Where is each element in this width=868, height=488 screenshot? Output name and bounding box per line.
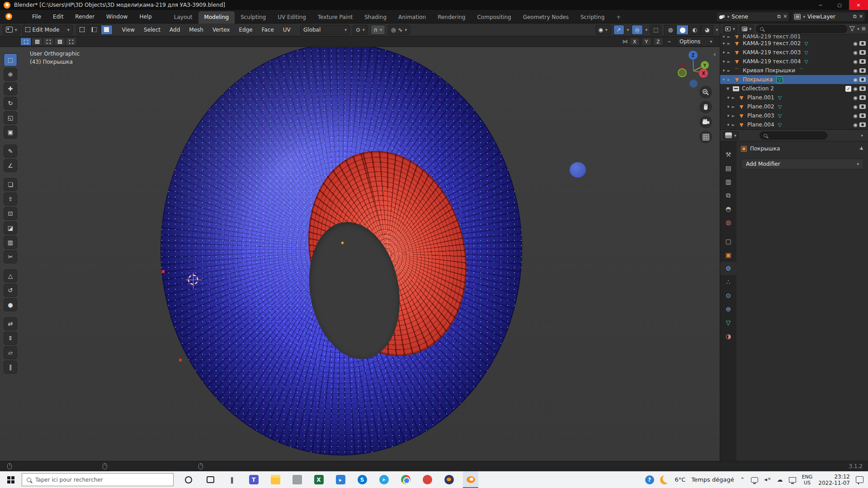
tool[interactable]: ⚒ bbox=[720, 148, 736, 161]
render[interactable]: ▤ bbox=[720, 161, 736, 175]
move[interactable]: ✚ bbox=[4, 82, 17, 95]
properties-search-input[interactable] bbox=[760, 131, 827, 140]
extrude-region[interactable]: ⇧ bbox=[4, 192, 17, 206]
workspace-tab[interactable]: Rendering bbox=[432, 11, 471, 23]
shading-dropdown-icon[interactable]: ▾ bbox=[716, 28, 718, 32]
outliner-row[interactable]: ► ⌒ Кривая Покрышки ⌒ ◉ bbox=[720, 66, 868, 75]
disable-render-toggle[interactable] bbox=[859, 77, 866, 82]
object[interactable]: ▣ bbox=[720, 248, 736, 262]
viewport-menu-item[interactable]: Edge bbox=[235, 25, 256, 35]
hide-viewport-toggle[interactable]: ◉ bbox=[853, 77, 858, 83]
outliner-search-input[interactable] bbox=[756, 25, 847, 33]
shading-mode-button[interactable]: ◐ bbox=[689, 25, 701, 35]
object-name[interactable]: Plane.002 bbox=[747, 103, 774, 110]
mirror-x-button[interactable]: X bbox=[630, 38, 640, 46]
expand-arrow-icon[interactable]: ► bbox=[727, 42, 732, 46]
close-button[interactable]: ✕ bbox=[849, 0, 868, 10]
start-button[interactable] bbox=[0, 471, 22, 488]
hide-viewport-toggle[interactable]: ◉ bbox=[853, 50, 858, 56]
scale[interactable]: ◱ bbox=[4, 111, 17, 124]
disable-render-toggle[interactable] bbox=[859, 68, 866, 73]
outliner-row-clipped[interactable]: ► ▼ КАМА-219 текст.001 bbox=[720, 34, 868, 39]
new-viewlayer-icon[interactable]: ⧉ bbox=[853, 14, 857, 19]
language-indicator[interactable]: ENG US bbox=[802, 474, 813, 486]
collection[interactable]: ▢ bbox=[720, 235, 736, 248]
disable-render-toggle[interactable] bbox=[859, 113, 866, 118]
mirror-z-button[interactable]: Z bbox=[653, 38, 663, 46]
object-name[interactable]: КАМА-219 текст.002 bbox=[743, 40, 801, 47]
viewport-menu-item[interactable]: Mesh bbox=[185, 25, 208, 35]
excel[interactable]: X bbox=[311, 471, 326, 488]
editor-type-button[interactable]: ▾ bbox=[3, 25, 20, 35]
hide-viewport-toggle[interactable]: ◉ bbox=[853, 113, 858, 119]
data[interactable]: ▽ bbox=[720, 316, 736, 329]
hide-viewport-toggle[interactable]: ◉ bbox=[853, 86, 858, 92]
blender-menu-logo-icon[interactable] bbox=[5, 13, 12, 20]
disable-render-toggle[interactable] bbox=[859, 122, 866, 127]
tray-expand-icon[interactable]: ⌃ bbox=[740, 476, 745, 483]
menu-item[interactable]: Window bbox=[102, 12, 132, 22]
mode-dropdown[interactable]: Edit Mode ▾ bbox=[22, 25, 73, 35]
workspace-tab[interactable]: Texture Paint bbox=[312, 11, 359, 23]
vertex-select-button[interactable] bbox=[76, 25, 88, 35]
help-icon[interactable]: ? bbox=[645, 475, 654, 484]
show-overlays-toggle[interactable]: ◎ bbox=[632, 25, 642, 35]
outliner-row[interactable]: ► ▼ КАМА-219 текст.004 ▽ ◉ bbox=[720, 57, 868, 66]
network-icon[interactable] bbox=[789, 477, 796, 483]
rip-region[interactable]: ∥ bbox=[4, 361, 17, 374]
spin[interactable]: ↺ bbox=[4, 284, 17, 297]
select-invert-button[interactable] bbox=[54, 38, 65, 46]
shading-mode-button[interactable]: ◍ bbox=[664, 25, 676, 35]
object-name[interactable]: Покрышка bbox=[743, 76, 773, 83]
face-select-button[interactable] bbox=[101, 25, 113, 35]
shading-mode-button[interactable]: ◕ bbox=[701, 25, 713, 35]
hide-viewport-toggle[interactable]: ◉ bbox=[853, 41, 858, 47]
onedrive-cloud-icon[interactable]: ☁ bbox=[777, 476, 783, 483]
tire-model[interactable] bbox=[160, 47, 522, 459]
viewport-menu-item[interactable]: Vertex bbox=[208, 25, 234, 35]
smooth[interactable]: ● bbox=[4, 298, 17, 311]
rotate[interactable]: ↻ bbox=[4, 97, 17, 110]
outliner-row[interactable]: ► ▼ Plane.003 ▽ ◉ bbox=[720, 111, 868, 120]
scene[interactable]: ◓ bbox=[720, 202, 736, 216]
pan-hand-button[interactable] bbox=[699, 101, 712, 113]
workspace-tab[interactable]: Layout bbox=[168, 11, 198, 23]
menu-item[interactable]: File bbox=[28, 12, 46, 22]
view-layer[interactable]: ⧉ bbox=[720, 188, 736, 202]
remove-viewlayer-icon[interactable]: ✕ bbox=[859, 14, 863, 19]
pin-icon[interactable]: ➤ bbox=[858, 145, 866, 152]
edge-select-button[interactable] bbox=[89, 25, 100, 35]
proportional-edit-icon[interactable]: ◎ bbox=[391, 27, 396, 33]
task-view[interactable] bbox=[203, 471, 218, 488]
edge-slide[interactable]: ⇄ bbox=[4, 317, 17, 330]
object-name[interactable]: КАМА-219 текст.003 bbox=[743, 49, 801, 56]
pipes[interactable]: ‖ bbox=[224, 471, 240, 488]
menu-item[interactable]: Edit bbox=[48, 12, 68, 22]
xray-toggle[interactable]: ⬚ bbox=[650, 25, 661, 35]
clock[interactable]: 23:12 2022-11-07 bbox=[818, 474, 850, 486]
object-name[interactable]: Кривая Покрышки bbox=[743, 67, 795, 74]
telegram[interactable]: ➤ bbox=[376, 471, 392, 488]
outliner-type-button[interactable]: ▾ bbox=[723, 25, 737, 33]
chevron-down-icon[interactable]: ▾ bbox=[380, 28, 382, 32]
disable-render-toggle[interactable] bbox=[859, 86, 866, 91]
world[interactable]: ◍ bbox=[720, 216, 736, 229]
scene-selector[interactable]: ▾ Scene ⧉ ✕ bbox=[717, 12, 790, 22]
new-collection-button[interactable]: ⊞ bbox=[862, 26, 866, 32]
viewlayer-selector[interactable]: ▾ ViewLayer ⧉ ✕ bbox=[792, 12, 865, 22]
workspace-tab[interactable]: UV Editing bbox=[272, 11, 312, 23]
poly-build[interactable]: △ bbox=[4, 269, 17, 282]
weather-label[interactable]: Temps dégagé bbox=[691, 476, 734, 483]
expand-arrow-icon[interactable]: ► bbox=[732, 105, 736, 109]
display-mode-button[interactable]: ▾ bbox=[740, 25, 754, 33]
disable-render-toggle[interactable] bbox=[859, 95, 866, 100]
blender[interactable] bbox=[463, 471, 478, 488]
collection-checkbox[interactable]: ✓ bbox=[845, 86, 851, 92]
outliner-row[interactable]: ► ▼ КАМА-219 текст.002 ▽ ◉ bbox=[720, 39, 868, 48]
minimize-button[interactable]: ─ bbox=[811, 0, 830, 10]
disable-render-toggle[interactable] bbox=[859, 50, 866, 55]
viewport-menu-item[interactable]: Face bbox=[258, 25, 278, 35]
viewport-canvas[interactable]: User Orthographic (43) Покрышка ⬚⊕✚↻◱▣✎∠… bbox=[0, 47, 720, 461]
menu-item[interactable]: Render bbox=[71, 12, 99, 22]
object-name[interactable]: КАМА-219 текст.004 bbox=[743, 58, 801, 65]
